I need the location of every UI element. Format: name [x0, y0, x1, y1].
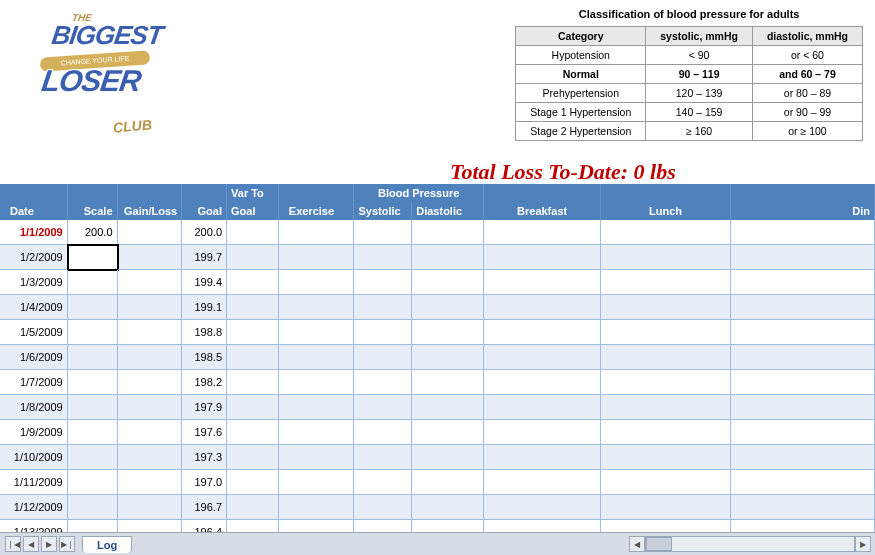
- cell-goal[interactable]: 197.6: [182, 420, 227, 445]
- cell-date[interactable]: 1/1/2009: [0, 220, 68, 245]
- cell-sys[interactable]: [354, 270, 412, 295]
- hdr-date[interactable]: Date: [0, 202, 68, 220]
- cell-gl[interactable]: [118, 320, 183, 345]
- cell-ex[interactable]: [279, 495, 355, 520]
- cell-scale[interactable]: [68, 270, 118, 295]
- cell-goal[interactable]: 199.4: [182, 270, 227, 295]
- cell-dia[interactable]: [412, 370, 484, 395]
- cell-goal[interactable]: 196.4: [182, 520, 227, 532]
- cell-ex[interactable]: [279, 470, 355, 495]
- cell-l[interactable]: [601, 220, 730, 245]
- table-row[interactable]: 1/10/2009197.3: [0, 445, 875, 470]
- cell-ex[interactable]: [279, 370, 355, 395]
- cell-b[interactable]: [484, 520, 601, 532]
- cell-date[interactable]: 1/2/2009: [0, 245, 68, 270]
- cell-date[interactable]: 1/11/2009: [0, 470, 68, 495]
- horizontal-scrollbar[interactable]: ◀ ▶: [629, 536, 875, 552]
- tab-prev-button[interactable]: ◀: [23, 536, 39, 552]
- cell-var[interactable]: [227, 520, 279, 532]
- cell-sys[interactable]: [354, 320, 412, 345]
- scroll-track[interactable]: [645, 536, 855, 552]
- table-row[interactable]: 1/13/2009196.4: [0, 520, 875, 532]
- tab-next-button[interactable]: ▶: [41, 536, 57, 552]
- table-row[interactable]: 1/8/2009197.9: [0, 395, 875, 420]
- cell-dia[interactable]: [412, 395, 484, 420]
- cell-date[interactable]: 1/9/2009: [0, 420, 68, 445]
- cell-ex[interactable]: [279, 420, 355, 445]
- cell-ex[interactable]: [279, 395, 355, 420]
- cell-scale[interactable]: [68, 520, 118, 532]
- cell-scale[interactable]: [68, 295, 118, 320]
- cell-goal[interactable]: 199.7: [182, 245, 227, 270]
- cell-dia[interactable]: [412, 320, 484, 345]
- cell-b[interactable]: [484, 295, 601, 320]
- cell-var[interactable]: [227, 495, 279, 520]
- cell-d[interactable]: [731, 420, 875, 445]
- cell-dia[interactable]: [412, 520, 484, 532]
- cell-scale[interactable]: 200.0: [68, 220, 118, 245]
- tab-last-button[interactable]: ▶❘: [59, 536, 75, 552]
- cell-date[interactable]: 1/7/2009: [0, 370, 68, 395]
- cell-l[interactable]: [601, 295, 730, 320]
- cell-d[interactable]: [731, 295, 875, 320]
- cell-dia[interactable]: [412, 470, 484, 495]
- cell-goal[interactable]: 197.9: [182, 395, 227, 420]
- cell-d[interactable]: [731, 245, 875, 270]
- hdr-exercise[interactable]: Exercise: [279, 202, 355, 220]
- cell-dia[interactable]: [412, 420, 484, 445]
- table-row[interactable]: 1/12/2009196.7: [0, 495, 875, 520]
- hdr-lunch[interactable]: Lunch: [601, 202, 730, 220]
- cell-scale[interactable]: [68, 445, 118, 470]
- cell-goal[interactable]: 196.7: [182, 495, 227, 520]
- cell-goal[interactable]: 197.3: [182, 445, 227, 470]
- cell-sys[interactable]: [354, 220, 412, 245]
- cell-sys[interactable]: [354, 345, 412, 370]
- cell-goal[interactable]: 197.0: [182, 470, 227, 495]
- cell-l[interactable]: [601, 270, 730, 295]
- cell-b[interactable]: [484, 370, 601, 395]
- cell-goal[interactable]: 200.0: [182, 220, 227, 245]
- cell-var[interactable]: [227, 470, 279, 495]
- scroll-left-button[interactable]: ◀: [629, 536, 645, 552]
- cell-dia[interactable]: [412, 270, 484, 295]
- cell-b[interactable]: [484, 245, 601, 270]
- table-row[interactable]: 1/2/2009199.7: [0, 245, 875, 270]
- cell-b[interactable]: [484, 345, 601, 370]
- cell-goal[interactable]: 198.5: [182, 345, 227, 370]
- table-row[interactable]: 1/5/2009198.8: [0, 320, 875, 345]
- cell-date[interactable]: 1/5/2009: [0, 320, 68, 345]
- scroll-right-button[interactable]: ▶: [855, 536, 871, 552]
- cell-var[interactable]: [227, 420, 279, 445]
- cell-var[interactable]: [227, 445, 279, 470]
- cell-var[interactable]: [227, 270, 279, 295]
- cell-dia[interactable]: [412, 220, 484, 245]
- cell-sys[interactable]: [354, 295, 412, 320]
- cell-dia[interactable]: [412, 345, 484, 370]
- sheet-tab-log[interactable]: Log: [82, 536, 132, 553]
- cell-l[interactable]: [601, 320, 730, 345]
- cell-sys[interactable]: [354, 420, 412, 445]
- hdr-dinner[interactable]: Din: [731, 202, 875, 220]
- cell-scale[interactable]: [68, 245, 118, 270]
- cell-var[interactable]: [227, 295, 279, 320]
- hdr-systolic[interactable]: Systolic: [354, 202, 412, 220]
- cell-var[interactable]: [227, 345, 279, 370]
- cell-scale[interactable]: [68, 320, 118, 345]
- cell-sys[interactable]: [354, 245, 412, 270]
- cell-d[interactable]: [731, 370, 875, 395]
- cell-var[interactable]: [227, 220, 279, 245]
- cell-dia[interactable]: [412, 245, 484, 270]
- hdr-scale[interactable]: Scale: [68, 202, 118, 220]
- cell-b[interactable]: [484, 420, 601, 445]
- cell-goal[interactable]: 198.2: [182, 370, 227, 395]
- cell-l[interactable]: [601, 445, 730, 470]
- cell-sys[interactable]: [354, 370, 412, 395]
- table-row[interactable]: 1/9/2009197.6: [0, 420, 875, 445]
- table-row[interactable]: 1/6/2009198.5: [0, 345, 875, 370]
- cell-scale[interactable]: [68, 470, 118, 495]
- cell-b[interactable]: [484, 320, 601, 345]
- cell-b[interactable]: [484, 270, 601, 295]
- table-row[interactable]: 1/7/2009198.2: [0, 370, 875, 395]
- cell-date[interactable]: 1/13/2009: [0, 520, 68, 532]
- cell-gl[interactable]: [118, 470, 183, 495]
